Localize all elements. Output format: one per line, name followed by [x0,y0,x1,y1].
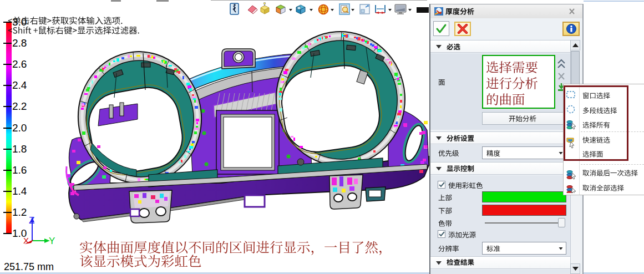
svg-text:X: X [23,236,29,245]
svg-text:Z: Z [29,215,34,226]
svg-text:Y: Y [49,236,55,246]
